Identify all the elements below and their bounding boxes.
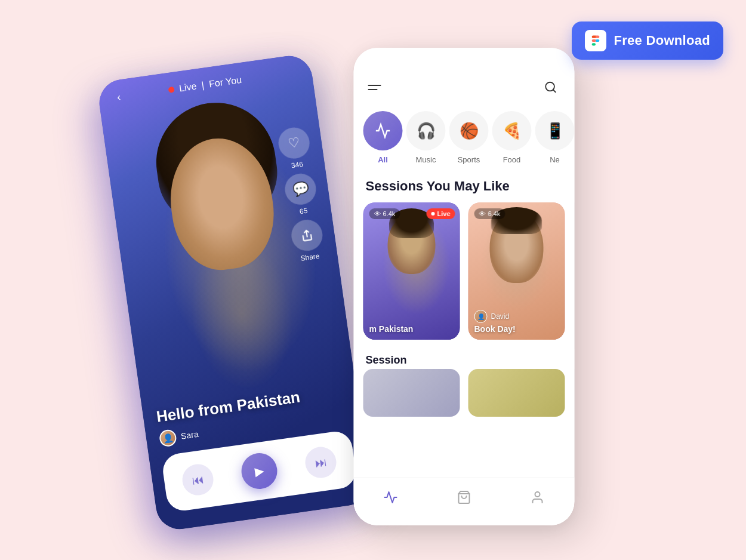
forward-button[interactable]: ⏭ <box>303 445 338 480</box>
share-button[interactable]: Share <box>289 218 326 264</box>
like-count: 346 <box>291 160 304 170</box>
food-icon: 🍕 <box>492 111 532 150</box>
nav-shop[interactable] <box>457 490 471 508</box>
card-1-views: 👁 6.4k <box>369 208 400 219</box>
like-icon-circle: ♡ <box>276 125 312 161</box>
rewind-button[interactable]: ⏮ <box>180 462 215 497</box>
live-text: Live <box>178 81 197 94</box>
sports-icon: 🏀 <box>449 111 489 150</box>
category-sports[interactable]: 🏀 Sports <box>449 111 489 164</box>
sessions-grid: 👁 6.4k Live m Pakistan <box>354 202 575 349</box>
comment-icon-circle: 💬 <box>283 172 318 207</box>
separator-text: | <box>201 80 204 90</box>
category-tabs: All 🎧 Music 🏀 Sports 🍕 Food 📱 Ne <box>354 106 575 174</box>
profile-nav-icon <box>531 490 545 508</box>
all-label: All <box>378 155 388 164</box>
partial-sessions <box>354 369 575 417</box>
figma-icon <box>585 30 606 51</box>
bottom-navigation <box>354 478 575 525</box>
live-indicator-dot <box>168 87 175 93</box>
hamburger-line-2 <box>368 89 378 90</box>
card-2-host: 👤 David <box>474 310 559 323</box>
music-label: Music <box>416 155 436 164</box>
play-button[interactable]: ▶ <box>239 451 280 491</box>
hamburger-line-1 <box>368 85 381 86</box>
nav-profile[interactable] <box>531 490 545 508</box>
back-button[interactable]: ‹ <box>109 88 128 107</box>
shop-nav-icon <box>457 490 471 508</box>
card-1-bottom: m Pakistan <box>369 324 454 334</box>
session-label-area: Session <box>354 349 575 369</box>
eye-icon-1: 👁 <box>374 210 381 217</box>
host-avatar-2: 👤 <box>474 310 488 323</box>
category-food[interactable]: 🍕 Food <box>492 111 532 164</box>
sports-label: Sports <box>458 155 480 164</box>
news-label: Ne <box>550 155 560 164</box>
session-card-1[interactable]: 👁 6.4k Live m Pakistan <box>363 202 460 340</box>
live-tag-1: Live <box>426 208 455 219</box>
like-button[interactable]: ♡ 346 <box>276 125 313 171</box>
streamer-name: Sara <box>180 429 199 441</box>
music-icon: 🎧 <box>406 111 446 150</box>
share-icon-circle <box>289 218 325 253</box>
comment-count: 65 <box>299 207 308 216</box>
category-music[interactable]: 🎧 Music <box>406 111 446 164</box>
comment-button[interactable]: 💬 65 <box>283 172 319 218</box>
partial-card-1[interactable] <box>363 369 460 417</box>
card-2-bottom: 👤 David Book Day! <box>474 310 559 334</box>
live-dot-1 <box>431 212 434 216</box>
svg-point-2 <box>535 492 540 497</box>
all-icon <box>363 111 403 150</box>
hamburger-menu[interactable] <box>368 85 381 90</box>
free-download-button[interactable]: Free Download <box>572 21 723 60</box>
category-news[interactable]: 📱 Ne <box>535 111 575 164</box>
phones-showcase: ‹ Live | For You ♡ 346 💬 65 <box>127 48 575 537</box>
streamer-avatar: 👤 <box>159 429 178 448</box>
eye-icon-2: 👁 <box>479 210 486 217</box>
session-label: Session <box>366 354 407 366</box>
nav-home[interactable] <box>383 490 397 508</box>
free-download-label: Free Download <box>614 33 710 48</box>
category-all[interactable]: All <box>363 111 403 164</box>
search-button[interactable] <box>541 78 560 97</box>
browse-header <box>354 48 575 106</box>
card-1-title: m Pakistan <box>369 324 454 334</box>
host-name-2: David <box>491 312 510 321</box>
card-2-title: Book Day! <box>474 324 559 334</box>
partial-card-2[interactable] <box>468 369 565 417</box>
card-2-views: 👁 6.4k <box>474 208 505 219</box>
session-card-2[interactable]: 👁 6.4k 👤 David Book Day! <box>468 202 565 340</box>
food-label: Food <box>503 155 521 164</box>
card-face-1 <box>363 202 460 340</box>
news-icon: 📱 <box>535 111 575 150</box>
phone-left: ‹ Live | For You ♡ 346 💬 65 <box>96 53 372 533</box>
section-title: Sessions You May Like <box>354 174 575 202</box>
home-nav-icon <box>383 490 397 508</box>
phone-right: All 🎧 Music 🏀 Sports 🍕 Food 📱 Ne <box>354 48 575 525</box>
